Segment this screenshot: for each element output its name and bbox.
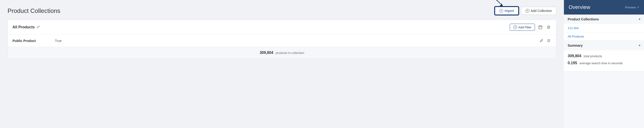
sidebar-header: Overview Preview ↗ xyxy=(564,0,644,14)
total-count: 309,804 xyxy=(568,54,581,58)
collection-name: All Products xyxy=(12,25,40,29)
add-filter-plus-icon: + xyxy=(513,25,517,29)
main-content: Product Collections + Import + Add Colle… xyxy=(0,0,564,128)
collection-footer: 309,804 products in collection xyxy=(8,47,556,59)
summary-body: 309,804 total products 0.195 average sea… xyxy=(564,50,644,71)
row-label: Public Product xyxy=(12,39,55,43)
sidebar-link-all-products[interactable]: All Products xyxy=(564,32,644,41)
collection-card: All Products + Add Filter xyxy=(8,20,556,59)
product-collections-section: Product Collections ▾ 111 test All Produ… xyxy=(564,14,644,41)
add-collection-plus-icon: + xyxy=(526,9,529,13)
header-actions: + Import + Add Collection xyxy=(495,6,556,15)
avg-time-row: 0.195 average search time in seconds xyxy=(568,61,640,66)
calendar-icon-button[interactable] xyxy=(537,24,544,30)
svg-rect-1 xyxy=(539,26,542,29)
row-actions xyxy=(539,38,552,43)
add-collection-button[interactable]: + Add Collection xyxy=(521,7,556,15)
edit-row-button[interactable] xyxy=(539,38,544,43)
collection-row: Public Product True xyxy=(8,35,556,47)
svg-marker-0 xyxy=(499,3,503,7)
chevron-down-icon: ▾ xyxy=(639,18,640,21)
delete-collection-button[interactable] xyxy=(546,24,552,30)
summary-header: Summary ▾ xyxy=(564,41,644,50)
summary-section: Summary ▾ 309,804 total products 0.195 a… xyxy=(564,41,644,71)
page-header: Product Collections + Import + Add Colle… xyxy=(8,6,556,15)
avg-label: average search time in seconds xyxy=(580,62,623,65)
total-products-row: 309,804 total products xyxy=(568,54,640,59)
delete-row-button[interactable] xyxy=(546,38,552,43)
collection-header: All Products + Add Filter xyxy=(8,20,556,35)
header-right-actions: + Add Filter xyxy=(510,24,552,31)
sidebar-body: Product Collections ▾ 111 test All Produ… xyxy=(564,14,644,128)
footer-count: 309,804 xyxy=(260,51,273,55)
sidebar-title: Overview xyxy=(568,4,590,10)
total-label: total products xyxy=(584,54,602,58)
page-title: Product Collections xyxy=(8,7,60,14)
arrow-annotation xyxy=(470,0,510,11)
footer-suffix: products in collection xyxy=(276,51,304,55)
sidebar: Overview Preview ↗ Product Collections ▾… xyxy=(564,0,644,128)
row-value: True xyxy=(55,39,539,43)
add-filter-button[interactable]: + Add Filter xyxy=(510,24,535,31)
avg-time: 0.195 xyxy=(568,61,577,65)
product-collections-header: Product Collections ▾ xyxy=(564,14,644,24)
collection-edit-icon[interactable] xyxy=(36,25,40,29)
summary-chevron-icon: ▾ xyxy=(639,44,640,47)
sidebar-link-111-test[interactable]: 111 test xyxy=(564,24,644,32)
preview-link[interactable]: Preview ↗ xyxy=(625,6,639,9)
